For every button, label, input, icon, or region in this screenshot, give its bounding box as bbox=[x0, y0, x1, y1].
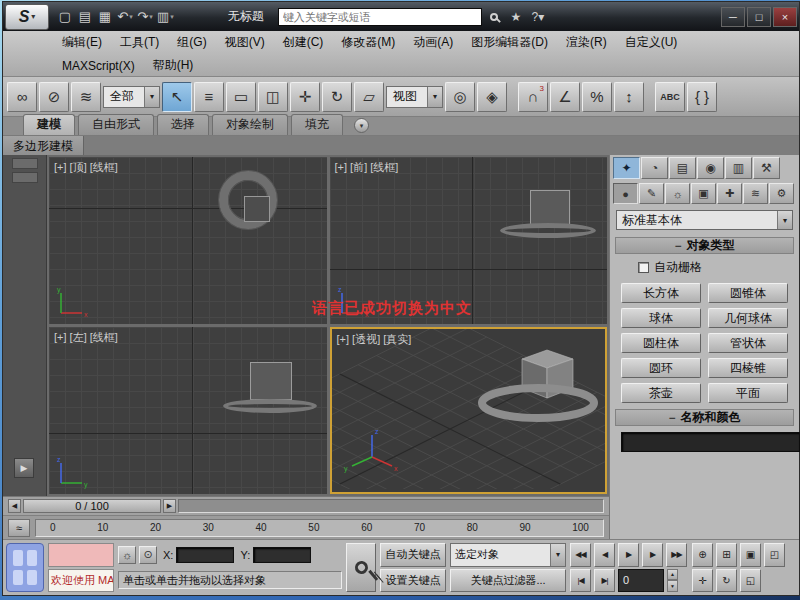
window-crossing-toggle[interactable]: ◫ bbox=[258, 82, 288, 112]
autogrid-checkbox[interactable]: 自动栅格 bbox=[638, 259, 799, 276]
checkbox-icon[interactable] bbox=[638, 262, 649, 273]
zoom-button[interactable]: ⊕ bbox=[692, 543, 713, 567]
isolate-selection-toggle[interactable]: ☼ bbox=[118, 546, 136, 564]
category-spacewarps-button[interactable]: ≋ bbox=[743, 183, 768, 204]
track-bar-ruler[interactable]: 0 10 20 30 40 50 60 70 80 90 100 bbox=[35, 519, 604, 537]
project-folder-button[interactable]: ▥▾ bbox=[155, 6, 176, 28]
reference-coordinate-dropdown[interactable]: 视图 ▾ bbox=[386, 86, 443, 108]
torus-object[interactable] bbox=[500, 223, 596, 238]
open-file-button[interactable]: ▤ bbox=[75, 6, 95, 28]
menu-graph-editors[interactable]: 图形编辑器(D) bbox=[462, 31, 557, 54]
help-button[interactable]: ?▾ bbox=[528, 7, 548, 27]
listener-field[interactable]: 欢迎使用 MAXScript bbox=[48, 569, 114, 593]
key-filters-button[interactable]: 关键点过滤器... bbox=[450, 569, 566, 593]
button-teapot[interactable]: 茶壶 bbox=[621, 383, 701, 403]
object-type-rollout[interactable]: − 对象类型 bbox=[615, 237, 794, 254]
time-slider-track[interactable] bbox=[178, 499, 604, 513]
next-frame-arrow[interactable]: ▶ bbox=[163, 499, 176, 513]
tab-display[interactable]: ▥ bbox=[725, 157, 752, 179]
tab-object-paint[interactable]: 对象绘制 bbox=[212, 114, 288, 135]
minimize-button[interactable]: ─ bbox=[721, 7, 745, 27]
redo-button[interactable]: ↷▾ bbox=[135, 6, 155, 28]
use-pivot-center-button[interactable]: ◎ bbox=[445, 82, 475, 112]
tab-utilities[interactable]: ⚒ bbox=[753, 157, 780, 179]
object-name-field[interactable] bbox=[621, 432, 800, 452]
box-object[interactable] bbox=[530, 190, 570, 226]
previous-key-button[interactable]: |◀ bbox=[570, 569, 591, 593]
current-frame-field[interactable]: 0 bbox=[618, 569, 664, 593]
zoom-extents-button[interactable]: ▣ bbox=[740, 543, 761, 567]
chevron-down-icon[interactable]: ▾ bbox=[427, 87, 442, 107]
box-object[interactable] bbox=[244, 196, 270, 222]
tab-populate[interactable]: 填充 bbox=[291, 114, 343, 135]
select-and-move-button[interactable]: ✛ bbox=[290, 82, 320, 112]
button-plane[interactable]: 平面 bbox=[708, 383, 788, 403]
next-key-button[interactable]: ▶| bbox=[594, 569, 615, 593]
play-button[interactable]: ▶ bbox=[618, 543, 639, 567]
viewport-top[interactable]: [+] [顶] [线框] x y bbox=[49, 157, 327, 324]
macro-recorder-field[interactable] bbox=[48, 543, 114, 567]
chevron-down-icon[interactable]: ▾ bbox=[777, 211, 792, 229]
set-key-button[interactable]: 设置关键点 bbox=[380, 569, 446, 593]
button-sphere[interactable]: 球体 bbox=[621, 308, 701, 328]
unlink-selection-button[interactable]: ⊘ bbox=[39, 82, 69, 112]
category-lights-button[interactable]: ☼ bbox=[665, 183, 690, 204]
menu-rendering[interactable]: 渲染(R) bbox=[557, 31, 616, 54]
bind-to-space-warp-button[interactable]: ≋ bbox=[71, 82, 101, 112]
close-button[interactable]: × bbox=[773, 7, 797, 27]
previous-frame-button[interactable]: ◀ bbox=[594, 543, 615, 567]
category-helpers-button[interactable]: ✚ bbox=[717, 183, 742, 204]
button-box[interactable]: 长方体 bbox=[621, 283, 701, 303]
category-shapes-button[interactable]: ✎ bbox=[639, 183, 664, 204]
spinner-down-icon[interactable]: ▼ bbox=[667, 580, 678, 592]
layout-expand-button[interactable]: ▶ bbox=[14, 458, 34, 478]
category-systems-button[interactable]: ⚙ bbox=[769, 183, 794, 204]
orbit-button[interactable]: ↻ bbox=[716, 569, 737, 593]
name-color-rollout[interactable]: − 名称和颜色 bbox=[615, 409, 794, 426]
search-button[interactable] bbox=[484, 7, 504, 27]
menu-modifiers[interactable]: 修改器(M) bbox=[332, 31, 404, 54]
previous-frame-arrow[interactable]: ◀ bbox=[8, 499, 21, 513]
select-and-link-button[interactable]: ∞ bbox=[7, 82, 37, 112]
viewport-left[interactable]: [+] [左] [线框] y z bbox=[49, 327, 327, 494]
percent-snap-button[interactable]: % bbox=[582, 82, 612, 112]
tab-modify[interactable]: ◔ bbox=[641, 157, 668, 179]
spinner-snap-button[interactable]: ↕ bbox=[614, 82, 644, 112]
menu-create[interactable]: 创建(C) bbox=[274, 31, 333, 54]
go-to-start-button[interactable]: ◀◀ bbox=[570, 543, 591, 567]
go-to-end-button[interactable]: ▶▶ bbox=[666, 543, 687, 567]
select-by-name-button[interactable]: ≡ bbox=[194, 82, 224, 112]
select-and-scale-button[interactable]: ▱ bbox=[354, 82, 384, 112]
pan-view-button[interactable]: ✛ bbox=[692, 569, 713, 593]
tab-create[interactable]: ✦ bbox=[613, 157, 640, 179]
tab-motion[interactable]: ◉ bbox=[697, 157, 724, 179]
menu-group[interactable]: 组(G) bbox=[168, 31, 215, 54]
selection-filter-dropdown[interactable]: 全部 ▾ bbox=[103, 86, 160, 108]
new-scene-button[interactable]: ▢ bbox=[55, 6, 75, 28]
ribbon-options-button[interactable]: ▾ bbox=[354, 118, 369, 133]
viewport-label[interactable]: [+] [顶] [线框] bbox=[54, 160, 118, 175]
tab-selection[interactable]: 选择 bbox=[157, 114, 209, 135]
auto-key-button[interactable]: 自动关键点 bbox=[380, 543, 446, 567]
button-pyramid[interactable]: 四棱锥 bbox=[708, 358, 788, 378]
undo-button[interactable]: ↶▾ bbox=[115, 6, 135, 28]
select-and-manipulate-button[interactable]: ◈ bbox=[477, 82, 507, 112]
named-selection-sets-button[interactable]: { } bbox=[687, 82, 717, 112]
menu-animation[interactable]: 动画(A) bbox=[404, 31, 462, 54]
torus-object[interactable] bbox=[223, 399, 317, 413]
button-geosphere[interactable]: 几何球体 bbox=[708, 308, 788, 328]
maximize-button[interactable]: □ bbox=[747, 7, 771, 27]
viewport-perspective[interactable]: [+] [透视] [真实] bbox=[330, 327, 608, 494]
angle-snap-button[interactable]: ∠ bbox=[550, 82, 580, 112]
viewport-label[interactable]: [+] [前] [线框] bbox=[335, 160, 399, 175]
category-cameras-button[interactable]: ▣ bbox=[691, 183, 716, 204]
button-cone[interactable]: 圆锥体 bbox=[708, 283, 788, 303]
favorites-button[interactable]: ★ bbox=[506, 7, 526, 27]
chevron-down-icon[interactable]: ▾ bbox=[550, 544, 565, 566]
button-tube[interactable]: 管状体 bbox=[708, 333, 788, 353]
save-file-button[interactable]: ▦ bbox=[95, 6, 115, 28]
y-coordinate-field[interactable] bbox=[253, 547, 311, 563]
menu-customize[interactable]: 自定义(U) bbox=[616, 31, 687, 54]
snap-toggle-button[interactable]: ∩3 bbox=[518, 82, 548, 112]
polygon-modeling-panel[interactable]: 多边形建模 bbox=[3, 136, 84, 155]
